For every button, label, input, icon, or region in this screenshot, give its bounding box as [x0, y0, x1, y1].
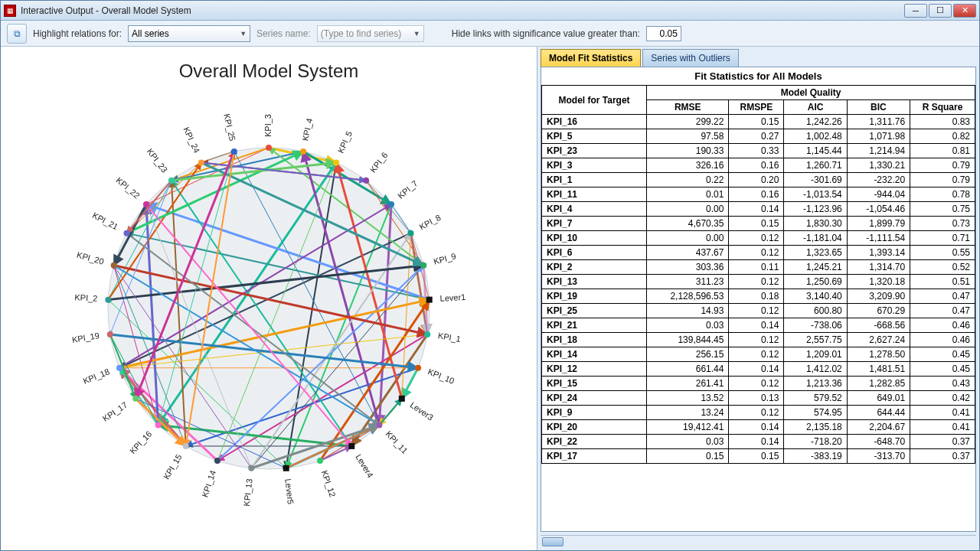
network-node-label: Lever5: [283, 478, 296, 505]
value-cell: 0.12: [729, 304, 784, 318]
value-cell: 0.14: [729, 420, 784, 435]
minimize-button[interactable]: ─: [904, 4, 927, 18]
network-node-label: KPI_8: [418, 213, 443, 232]
network-node-kpi[interactable]: [107, 331, 113, 337]
copy-button[interactable]: ⧉: [7, 24, 27, 44]
table-row[interactable]: KPI_220.030.14-718.20-648.700.37: [542, 435, 975, 449]
network-node-kpi[interactable]: [231, 148, 237, 155]
horizontal-scrollbar[interactable]: [541, 535, 976, 547]
target-cell: KPI_23: [542, 144, 647, 158]
scrollbar-thumb[interactable]: [542, 537, 564, 546]
value-cell: 3,140.40: [784, 289, 847, 304]
value-cell: -944.04: [847, 187, 910, 202]
significance-threshold-input[interactable]: 0.05: [646, 26, 681, 41]
highlight-label: Highlight relations for:: [33, 28, 122, 39]
network-node-lever[interactable]: [348, 443, 354, 449]
table-row[interactable]: KPI_14256.150.121,209.011,278.500.45: [542, 347, 975, 362]
network-node-kpi[interactable]: [420, 262, 426, 269]
network-node-kpi[interactable]: [388, 201, 394, 207]
network-node-lever[interactable]: [399, 396, 405, 402]
table-row[interactable]: KPI_10.220.20-301.69-232.200.79: [542, 173, 975, 187]
network-node-kpi[interactable]: [408, 230, 414, 236]
network-node-kpi[interactable]: [168, 178, 175, 184]
series-name-input[interactable]: (Type to find series) ▼: [317, 25, 424, 42]
col-header[interactable]: R Square: [910, 100, 975, 115]
network-node-kpi[interactable]: [266, 145, 272, 151]
table-row[interactable]: KPI_2019,412.410.142,135.182,204.670.41: [542, 420, 975, 435]
network-node-kpi[interactable]: [317, 458, 323, 464]
network-node-kpi[interactable]: [333, 159, 339, 165]
highlight-series-select[interactable]: All series ▼: [128, 25, 250, 42]
close-button[interactable]: ✕: [953, 4, 976, 18]
table-row[interactable]: KPI_100.000.12-1,181.04-1,111.540.71: [542, 231, 975, 246]
maximize-button[interactable]: ☐: [929, 4, 952, 18]
col-group-header: Model Quality: [647, 86, 975, 100]
network-node-kpi[interactable]: [183, 443, 189, 449]
table-row[interactable]: KPI_110.010.16-1,013.54-944.040.78: [542, 187, 975, 202]
table-row[interactable]: KPI_2514.930.12600.80670.290.47: [542, 304, 975, 318]
network-chart[interactable]: KPI_3KPI_4KPI_5KPI_6KPI_7KPI_8KPI_9Lever…: [24, 86, 514, 515]
table-row[interactable]: KPI_192,128,596.530.183,140.403,209.900.…: [542, 289, 975, 304]
network-node-label: KPI_19: [71, 331, 100, 344]
network-node-kpi[interactable]: [105, 297, 111, 303]
network-node-kpi[interactable]: [214, 458, 220, 464]
table-row[interactable]: KPI_16299.220.151,242.261,311.760.83: [542, 115, 975, 129]
network-node-lever[interactable]: [426, 297, 433, 303]
value-cell: 1,481.51: [847, 362, 910, 377]
value-cell: 0.12: [729, 231, 784, 246]
target-cell: KPI_18: [542, 333, 647, 347]
network-node-kpi[interactable]: [424, 331, 430, 337]
network-node-label: KPI_12: [320, 469, 338, 498]
table-row[interactable]: KPI_210.030.14-738.06-668.560.46: [542, 318, 975, 333]
col-header[interactable]: AIC: [784, 100, 847, 115]
value-cell: 190.33: [647, 144, 729, 158]
table-row[interactable]: KPI_3326.160.161,260.711,330.210.79: [542, 158, 975, 173]
tab-outliers[interactable]: Series with Outliers: [642, 49, 738, 67]
table-row[interactable]: KPI_18139,844.450.122,557.752,627.240.46: [542, 333, 975, 347]
table-row[interactable]: KPI_40.000.14-1,123.96-1,054.460.75: [542, 202, 975, 217]
tab-content: Fit Statistics for All Models Model for …: [541, 67, 976, 532]
table-row[interactable]: KPI_597.580.271,002.481,071.980.82: [542, 129, 975, 144]
network-node-kpi[interactable]: [415, 365, 421, 371]
value-cell: 0.20: [729, 173, 784, 187]
network-node-kpi[interactable]: [116, 365, 122, 371]
network-node-kpi[interactable]: [198, 159, 204, 165]
value-cell: 0.12: [729, 406, 784, 420]
network-node-label: KPI_25: [222, 112, 237, 142]
col-header[interactable]: BIC: [847, 100, 910, 115]
network-node-kpi[interactable]: [363, 178, 369, 184]
value-cell: 0.00: [647, 202, 729, 217]
col-header[interactable]: RMSE: [647, 100, 729, 115]
value-cell: -1,111.54: [847, 231, 910, 246]
table-row[interactable]: KPI_13311.230.121,250.691,320.180.51: [542, 275, 975, 289]
tab-model-fit[interactable]: Model Fit Statistics: [541, 49, 641, 67]
table-row[interactable]: KPI_2303.360.111,245.211,314.700.52: [542, 260, 975, 275]
network-node-kpi[interactable]: [248, 465, 254, 471]
network-node-lever[interactable]: [283, 465, 289, 471]
table-row[interactable]: KPI_6437.670.121,323.651,393.140.55: [542, 246, 975, 260]
table-row[interactable]: KPI_12661.440.141,412.021,481.510.45: [542, 362, 975, 377]
value-cell: 2,128,596.53: [647, 289, 729, 304]
table-row[interactable]: KPI_23190.330.331,145.441,214.940.81: [542, 144, 975, 158]
value-cell: 2,557.75: [784, 333, 847, 347]
value-cell: 1,278.50: [847, 347, 910, 362]
table-row[interactable]: KPI_74,670.350.151,830.301,899.790.73: [542, 217, 975, 231]
table-row[interactable]: KPI_15261.410.121,213.361,282.850.43: [542, 377, 975, 391]
network-node-kpi[interactable]: [132, 396, 139, 402]
network-node-label: KPI_13: [242, 478, 254, 507]
network-node-kpi[interactable]: [376, 422, 382, 428]
value-cell: 1,214.94: [847, 144, 910, 158]
network-node-label: KPI_18: [82, 367, 111, 385]
network-node-kpi[interactable]: [111, 262, 117, 269]
titlebar[interactable]: ▦ Interactive Output - Overall Model Sys…: [1, 1, 979, 21]
value-cell: 1,899.79: [847, 217, 910, 231]
network-node-kpi[interactable]: [155, 422, 162, 428]
col-header[interactable]: RMSPE: [729, 100, 784, 115]
network-node-kpi[interactable]: [123, 230, 129, 236]
table-row[interactable]: KPI_170.150.15-383.19-313.700.37: [542, 449, 975, 464]
table-row[interactable]: KPI_913.240.12574.95644.440.41: [542, 406, 975, 420]
network-node-kpi[interactable]: [300, 148, 306, 155]
value-cell: 2,135.18: [784, 420, 847, 435]
table-row[interactable]: KPI_2413.520.13579.52649.010.42: [542, 391, 975, 406]
network-node-kpi[interactable]: [143, 201, 149, 207]
